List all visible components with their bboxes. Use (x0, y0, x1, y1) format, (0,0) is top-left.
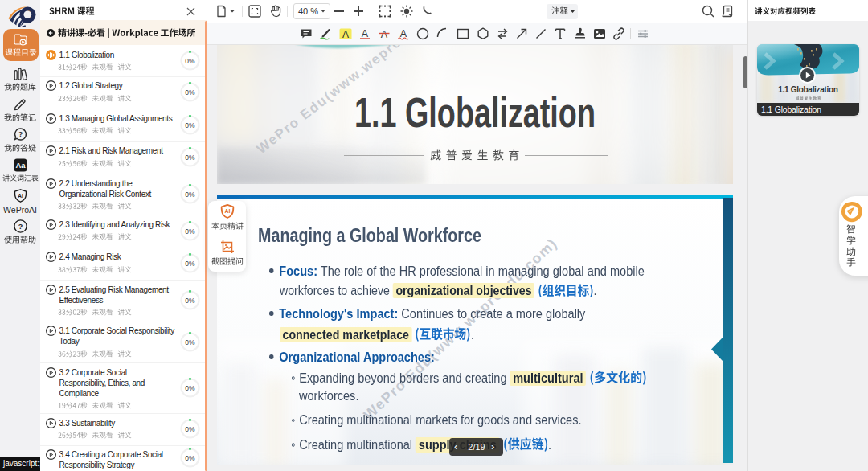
svg-text:0%: 0% (185, 260, 195, 268)
svg-text:A: A (342, 29, 348, 40)
svg-text:0%: 0% (185, 190, 195, 199)
svg-text:0%: 0% (185, 57, 195, 65)
svg-text:0%: 0% (185, 121, 195, 129)
svg-text:?: ? (18, 130, 23, 138)
svg-text:?: ? (18, 223, 23, 231)
svg-text:A: A (362, 28, 369, 39)
svg-text:AI: AI (224, 208, 230, 214)
svg-text:AI: AI (18, 193, 23, 199)
svg-text:0%: 0% (185, 454, 195, 462)
svg-text:Aa: Aa (15, 161, 26, 170)
svg-text:A: A (400, 28, 407, 39)
svg-text:0%: 0% (185, 297, 195, 305)
svg-text:A: A (381, 29, 388, 40)
svg-text:0%: 0% (185, 338, 195, 346)
svg-text:0%: 0% (185, 88, 195, 96)
svg-text:0%: 0% (185, 384, 195, 392)
svg-text:0%: 0% (185, 154, 195, 162)
svg-text:0%: 0% (185, 425, 195, 433)
svg-text:0%: 0% (185, 227, 195, 236)
